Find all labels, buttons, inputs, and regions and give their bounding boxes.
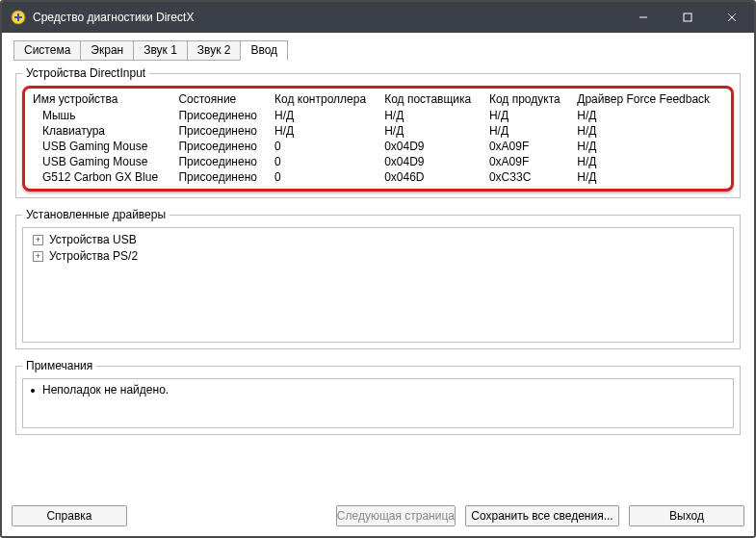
maximize-button[interactable]	[665, 2, 710, 33]
next-page-button[interactable]: Следующая страница	[336, 505, 456, 526]
footer-bar: Справка Следующая страница Сохранить все…	[2, 501, 754, 526]
minimize-button[interactable]	[621, 2, 665, 33]
svg-rect-2	[17, 13, 19, 21]
note-text: Неполадок не найдено.	[42, 383, 169, 397]
tab-input[interactable]: Ввод	[240, 40, 288, 61]
expand-icon[interactable]: +	[33, 235, 43, 245]
table-row[interactable]: Мышь Присоединено Н/Д Н/Д Н/Д Н/Д	[29, 108, 727, 123]
titlebar: Средство диагностики DirectX	[2, 2, 754, 33]
col-state[interactable]: Состояние	[174, 90, 271, 108]
legend-devices: Устройства DirectInput	[22, 66, 149, 80]
table-row[interactable]: USB Gaming Mouse Присоединено 0 0x04D9 0…	[29, 139, 727, 154]
tab-system[interactable]: Система	[13, 40, 81, 61]
tree-item-label: Устройства USB	[49, 232, 137, 248]
close-button[interactable]	[710, 2, 754, 33]
legend-drivers: Установленные драйверы	[22, 208, 169, 221]
legend-notes: Примечания	[22, 359, 96, 372]
table-row[interactable]: Клавиатура Присоединено Н/Д Н/Д Н/Д Н/Д	[29, 123, 727, 139]
table-row[interactable]: G512 Carbon GX Blue Присоединено 0 0x046…	[29, 169, 727, 185]
svg-rect-4	[684, 13, 691, 21]
table-row[interactable]: USB Gaming Mouse Присоединено 0 0x04D9 0…	[29, 154, 727, 169]
window-title: Средство диагностики DirectX	[33, 11, 194, 24]
tab-sound-1[interactable]: Звук 1	[133, 40, 188, 61]
tree-item-ps2[interactable]: + Устройства PS/2	[29, 248, 727, 265]
help-button[interactable]: Справка	[12, 505, 127, 526]
col-vendor-id[interactable]: Код поставщика	[380, 90, 485, 108]
tab-sound-2[interactable]: Звук 2	[187, 40, 242, 61]
app-icon	[10, 9, 27, 26]
bullet-icon	[31, 389, 35, 393]
group-directinput-devices: Устройства DirectInput Имя устройства Со…	[15, 66, 741, 198]
col-ff-driver[interactable]: Драйвер Force Feedback	[573, 90, 727, 108]
drivers-tree[interactable]: + Устройства USB + Устройства PS/2	[22, 227, 734, 343]
col-controller-id[interactable]: Код контроллера	[271, 90, 380, 108]
client-area: Система Экран Звук 1 Звук 2 Ввод Устройс…	[2, 33, 754, 536]
device-table: Имя устройства Состояние Код контроллера…	[29, 90, 727, 185]
save-all-info-button[interactable]: Сохранить все сведения...	[465, 505, 619, 526]
tab-bar: Система Экран Звук 1 Звук 2 Ввод	[12, 40, 744, 61]
col-device-name[interactable]: Имя устройства	[29, 90, 174, 108]
expand-icon[interactable]: +	[33, 251, 43, 262]
tab-display[interactable]: Экран	[80, 40, 134, 61]
device-table-highlight: Имя устройства Состояние Код контроллера…	[22, 86, 734, 192]
group-installed-drivers: Установленные драйверы + Устройства USB …	[15, 208, 741, 349]
col-product-id[interactable]: Код продукта	[485, 90, 573, 108]
tree-item-label: Устройства PS/2	[49, 248, 138, 265]
notes-box: Неполадок не найдено.	[22, 378, 734, 428]
tree-item-usb[interactable]: + Устройства USB	[29, 232, 727, 248]
group-notes: Примечания Неполадок не найдено.	[15, 359, 741, 435]
exit-button[interactable]: Выход	[629, 505, 744, 526]
